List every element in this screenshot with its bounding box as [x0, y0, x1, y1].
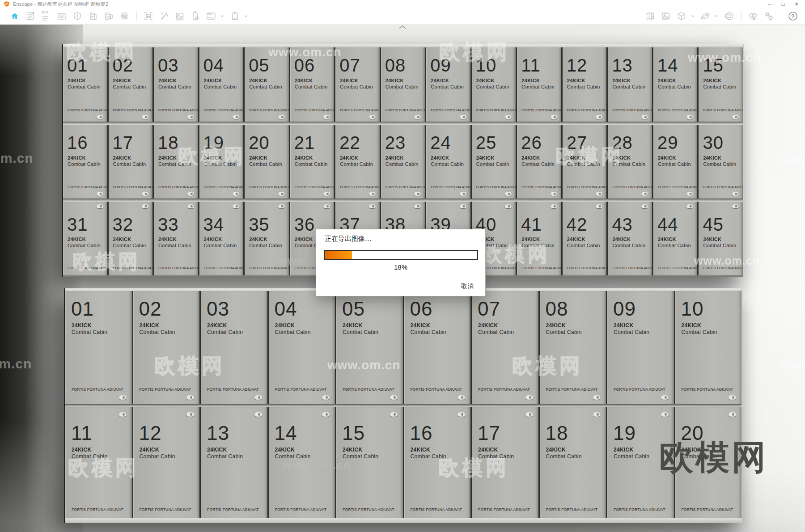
toolbar-separator [781, 11, 781, 21]
locker-brand: 24KICK [140, 447, 159, 453]
locker-brand: 24KICK [521, 236, 540, 242]
locker-door-bottom-cabinet-19: 1924KICKCombat CabinFORTIS FORTUNA ADIUV… [607, 407, 674, 518]
locker-number: 07 [478, 299, 500, 319]
map-location-icon[interactable] [644, 10, 656, 22]
wing-dropdown-chevron-icon[interactable] [713, 10, 720, 22]
home-icon[interactable] [9, 10, 21, 22]
general-settings-icon[interactable] [763, 10, 775, 22]
feather-wing-icon[interactable] [699, 10, 711, 22]
locker-number: 12 [567, 56, 588, 74]
magic-enhance-icon[interactable] [158, 10, 170, 22]
lock-icon [278, 115, 285, 119]
locker-motto: FORTIS FORTUNA ADIUVAT [658, 185, 698, 189]
locker-number: 18 [546, 423, 568, 443]
locker-brand: 24KICK [204, 155, 222, 160]
locker-motto: FORTIS FORTUNA ADIUVAT [207, 507, 259, 512]
locker-model: Combat Cabin [140, 453, 175, 460]
lock-icon [596, 115, 602, 119]
locker-brand: 24KICK [703, 155, 721, 160]
file-upload-check-icon[interactable] [190, 10, 201, 22]
help-icon[interactable]: ? [787, 10, 799, 22]
locker-number: 31 [67, 215, 88, 233]
cube-dropdown-chevron-icon[interactable] [690, 10, 696, 22]
lock-icon [641, 204, 648, 208]
locker-model: Combat Cabin [204, 161, 237, 167]
locker-number: 03 [207, 299, 229, 319]
locker-row: 0124KICKCombat CabinFORTIS FORTUNA ADIUV… [63, 47, 743, 122]
locker-motto: FORTIS FORTUNA ADIUVAT [411, 507, 462, 512]
locker-door-top-cabinet-15: 1524KICKCombat CabinFORTIS FORTUNA ADIUV… [699, 47, 743, 122]
shield-quality-icon[interactable] [72, 10, 83, 22]
building-energy-icon[interactable] [103, 10, 114, 22]
locker-motto: FORTIS FORTUNA ADIUVAT [431, 185, 470, 189]
locker-door-top-cabinet-27: 2724KICKCombat CabinFORTIS FORTUNA ADIUV… [563, 125, 607, 198]
lock-icon [460, 115, 466, 119]
toolbar-collapse-handle[interactable] [397, 25, 408, 30]
locker-motto: FORTIS FORTUNA ADIUVAT [140, 507, 191, 512]
locker-number: 04 [275, 299, 297, 319]
locker-door-top-cabinet-21: 2124KICKCombat CabinFORTIS FORTUNA ADIUV… [290, 125, 335, 198]
locker-model: Combat Cabin [249, 84, 282, 89]
locker-motto: FORTIS FORTUNA ADIUVAT [113, 108, 153, 112]
lock-icon [729, 395, 736, 400]
locker-model: Combat Cabin [478, 453, 514, 460]
project-document-icon[interactable] [25, 10, 36, 22]
locker-motto: FORTIS FORTUNA ADIUVAT [386, 185, 425, 189]
panorama-360-icon[interactable]: 360° [205, 10, 217, 22]
bim-manager-icon[interactable]: BIM [40, 10, 52, 22]
lock-icon [323, 192, 330, 196]
panorama-dropdown-chevron-icon[interactable] [219, 10, 225, 22]
locker-door-bottom-cabinet-18: 1824KICKCombat CabinFORTIS FORTUNA ADIUV… [540, 407, 606, 518]
cancel-button[interactable]: 取消 [458, 281, 476, 292]
video-render-icon[interactable] [119, 10, 130, 22]
locker-door-top-cabinet-34: 3424KICKCombat CabinFORTIS FORTUNA ADIUV… [199, 202, 244, 275]
locker-number: 10 [476, 56, 497, 74]
locker-brand: 24KICK [703, 236, 721, 242]
locker-number: 41 [521, 215, 542, 233]
material-texture-icon[interactable] [660, 10, 672, 22]
locker-brand: 24KICK [546, 322, 566, 329]
building-model-icon[interactable] [87, 10, 99, 22]
locker-motto: FORTIS FORTUNA ADIUVAT [614, 507, 665, 512]
close-button[interactable]: ✕ [790, 0, 803, 8]
lock-icon [187, 115, 194, 119]
lock-icon [254, 395, 262, 400]
locker-model: Combat Cabin [295, 161, 328, 167]
locker-model: Combat Cabin [411, 453, 446, 460]
model-cube-icon[interactable] [676, 10, 687, 22]
vr-headset-icon[interactable] [723, 10, 735, 22]
locker-number: 27 [567, 134, 588, 152]
lock-icon [233, 115, 239, 119]
locker-brand: 24KICK [343, 447, 362, 453]
locker-row: 0124KICKCombat CabinFORTIS FORTUNA ADIUV… [65, 291, 741, 404]
lock-icon [686, 204, 693, 208]
render-preview-icon[interactable] [56, 10, 68, 22]
locker-motto: FORTIS FORTUNA ADIUVAT [340, 108, 380, 112]
visual-settings-icon[interactable] [747, 10, 759, 22]
lock-icon [322, 412, 330, 417]
locker-brand: 24KICK [249, 78, 267, 83]
maximize-button[interactable]: □ [776, 0, 790, 8]
locker-brand: 24KICK [275, 447, 295, 453]
locker-number: 19 [203, 134, 225, 152]
minimize-button[interactable]: ─ [763, 0, 776, 8]
locker-motto: FORTIS FORTUNA ADIUVAT [521, 185, 561, 189]
locker-number: 30 [703, 134, 724, 152]
screenshot-capture-icon[interactable] [143, 10, 154, 22]
lock-icon [551, 192, 557, 196]
exe-standalone-icon[interactable]: EXE [229, 10, 241, 22]
image-export-icon[interactable] [174, 10, 186, 22]
render-viewport[interactable]: 0124KICKCombat CabinFORTIS FORTUNA ADIUV… [0, 25, 805, 532]
lock-icon [593, 412, 601, 417]
locker-motto: FORTIS FORTUNA ADIUVAT [295, 108, 335, 112]
locker-number: 02 [139, 299, 162, 319]
locker-door-bottom-cabinet-09: 0924KICKCombat CabinFORTIS FORTUNA ADIUV… [607, 291, 674, 404]
locker-motto: FORTIS FORTUNA ADIUVAT [343, 507, 394, 512]
locker-model: Combat Cabin [295, 84, 328, 89]
locker-door-top-cabinet-28: 2824KICKCombat CabinFORTIS FORTUNA ADIUV… [608, 125, 652, 198]
lock-icon [142, 115, 148, 119]
locker-motto: FORTIS FORTUNA ADIUVAT [140, 387, 191, 392]
locker-number: 06 [410, 299, 433, 319]
exe-dropdown-chevron-icon[interactable] [243, 10, 249, 22]
lock-icon [458, 412, 465, 417]
